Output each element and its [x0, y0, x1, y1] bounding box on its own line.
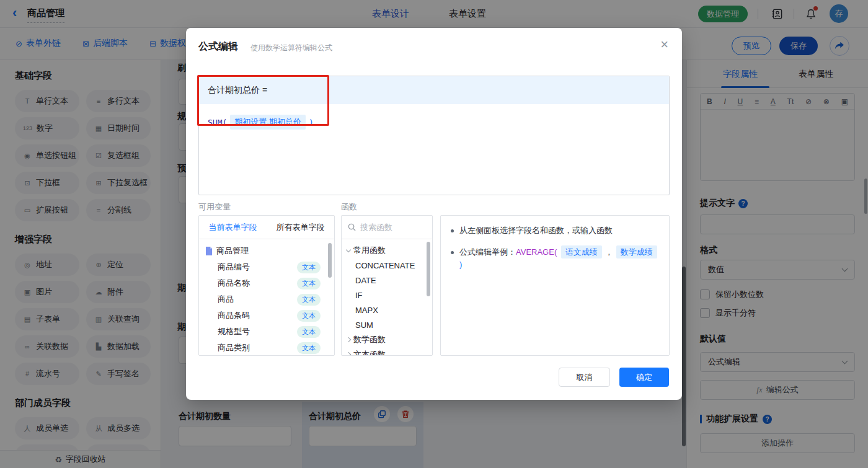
modal-title: 公式编辑 — [198, 40, 238, 53]
function-item[interactable]: CONCATENATE — [342, 258, 432, 273]
help-panel: 从左侧面板选择字段名和函数，或输入函数 公式编辑举例：AVERAGE( 语文成绩… — [440, 215, 670, 356]
help-tip-1: 从左侧面板选择字段名和函数，或输入函数 — [451, 224, 659, 237]
variable-row[interactable]: 商品编号 文本 — [199, 259, 334, 275]
variable-row[interactable]: 规格型号 文本 — [199, 324, 334, 340]
search-icon — [348, 223, 356, 231]
function-group-math[interactable]: 数学函数 — [342, 332, 432, 347]
variable-row[interactable]: 商品类别 文本 — [199, 340, 334, 356]
formula-expression: SUM( 期初设置.期初总价 ) — [199, 104, 669, 140]
type-badge: 文本 — [297, 310, 321, 322]
confirm-button[interactable]: 确定 — [619, 368, 669, 387]
variables-root-node[interactable]: 商品管理 — [199, 243, 334, 259]
formula-target: 合计期初总价 = — [199, 76, 669, 104]
type-badge: 文本 — [297, 294, 321, 306]
function-name: SUM( — [208, 118, 227, 127]
function-item[interactable]: MAPX — [342, 302, 432, 317]
formula-edit-modal: 公式编辑 使用数学运算符编辑公式 × 合计期初总价 = SUM( 期初设置.期初… — [186, 28, 682, 400]
modal-subtitle: 使用数学运算符编辑公式 — [250, 43, 332, 53]
variables-tabs: 当前表单字段 所有表单字段 — [199, 216, 334, 239]
close-icon[interactable]: × — [660, 38, 668, 51]
search-function-input[interactable] — [360, 223, 422, 232]
variables-panel: 当前表单字段 所有表单字段 商品管理 商品编号 文本 商品名称 文本 商品 文本 — [198, 215, 335, 356]
type-badge: 文本 — [297, 342, 321, 354]
functions-scrollbar[interactable] — [427, 242, 430, 296]
type-badge: 文本 — [297, 262, 321, 273]
type-badge: 文本 — [297, 278, 321, 289]
chevron-collapsed-icon — [346, 337, 351, 342]
field-token[interactable]: 期初设置.期初总价 — [230, 115, 306, 130]
formula-editor[interactable]: 合计期初总价 = SUM( 期初设置.期初总价 ) — [198, 76, 670, 195]
bullet-icon — [451, 251, 454, 254]
variable-row[interactable]: 商品 文本 — [199, 291, 334, 307]
function-group-text[interactable]: 文本函数 — [342, 347, 432, 356]
variable-row[interactable]: 商品条码 文本 — [199, 307, 334, 324]
function-group-common[interactable]: 常用函数 — [342, 243, 432, 258]
variable-row[interactable]: 商品名称 文本 — [199, 275, 334, 291]
functions-panel: 常用函数 CONCATENATE DATE IF MAPX SUM 数学函数 文… — [341, 215, 433, 356]
form-doc-icon — [205, 247, 213, 255]
type-badge: 文本 — [297, 326, 321, 338]
help-tip-2: 公式编辑举例：AVERAGE( 语文成绩，数学成绩 ) — [451, 246, 659, 271]
cancel-button[interactable]: 取消 — [559, 368, 610, 387]
function-item[interactable]: SUM — [342, 317, 432, 332]
example-token: 语文成绩 — [561, 245, 602, 258]
function-item[interactable]: DATE — [342, 273, 432, 288]
function-search — [342, 216, 432, 239]
function-item[interactable]: IF — [342, 288, 432, 302]
functions-label: 函数 — [341, 201, 357, 213]
close-paren: ) — [309, 118, 314, 127]
app-window: ‹ 商品管理 表单设计 表单设置 数据管理 存 ⊘ — [0, 0, 868, 468]
bullet-icon — [451, 229, 454, 232]
example-token: 数学成绩 — [616, 245, 657, 258]
variables-scrollbar[interactable] — [328, 243, 332, 278]
chevron-collapsed-icon — [346, 352, 351, 356]
variables-label: 可用变量 — [198, 201, 231, 213]
tab-all-form-fields[interactable]: 所有表单字段 — [267, 216, 334, 239]
tab-current-form-fields[interactable]: 当前表单字段 — [199, 216, 267, 239]
example-function: AVERAGE( — [516, 247, 557, 257]
chevron-expanded-icon — [346, 247, 351, 252]
